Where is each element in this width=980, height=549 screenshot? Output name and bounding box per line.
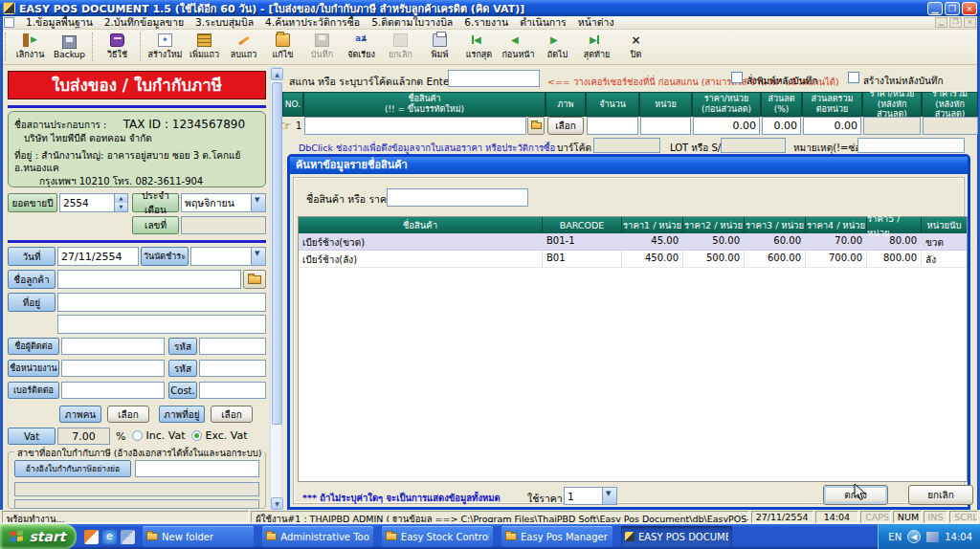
person-image-choose-button[interactable]: เลือก (107, 406, 149, 423)
taskbar-button-easy-pos-manager[interactable]: Easy Pos Manager (501, 526, 612, 547)
barcode-scan-input[interactable] (448, 70, 540, 87)
contact-name-field[interactable] (61, 338, 165, 355)
contact-name-label: ชื่อผู้ติดต่อ (8, 338, 59, 355)
show-desktop-icon[interactable] (84, 530, 99, 544)
address-field-1[interactable] (57, 293, 266, 312)
due-date-select[interactable] (190, 247, 266, 266)
qty-input[interactable] (587, 117, 638, 135)
toolbar-button-next[interactable]: ▶ ถัดไป (538, 31, 577, 63)
start-button[interactable]: start (0, 524, 77, 549)
mdi-restore-button[interactable]: ❐ (949, 17, 962, 28)
toolbar-button-last[interactable]: ▶ สุดท้าย (577, 31, 616, 63)
hide-icons-chevron[interactable]: ◀ (907, 530, 921, 543)
agency-name-field[interactable] (61, 360, 165, 377)
toolbar-button-exit[interactable]: เลิกงาน (11, 31, 50, 63)
sales-year-stepper[interactable]: 2554 ▲▼ (59, 193, 128, 212)
menu-bar: 1.ข้อมูลพื้นฐาน 2.บันทึกข้อมูลขาย 3.ระบบ… (0, 16, 980, 30)
product-browse-button[interactable] (527, 117, 545, 135)
menu-item-billing[interactable]: 5.ติดตามใบวางบิล (371, 14, 453, 31)
result-row-1[interactable]: เบียร์ช้าง(ขวด) B01-1 45.00 50.00 60.00 … (299, 233, 967, 251)
menu-item-basic-data[interactable]: 1.ข้อมูลพื้นฐาน (26, 14, 93, 31)
spin-up-icon[interactable]: ▲ (115, 194, 127, 203)
toolbar-button-first[interactable]: ◀ แรกสุด (459, 31, 499, 63)
chevron-down-icon[interactable] (251, 194, 265, 211)
result-row-2[interactable]: เบียร์ช้าง(ลัง) B01 450.00 500.00 600.00… (299, 251, 967, 268)
doc-no-field[interactable] (181, 216, 266, 234)
customer-browse-button[interactable] (243, 270, 266, 289)
ref-invoice-button[interactable]: อ้างอิงใบกำกับภาษีอย่างย่อ (14, 460, 131, 477)
toolbar-button-edit[interactable]: แก้ไข (263, 31, 302, 63)
row-choose-image-button[interactable]: เลือก (547, 117, 584, 135)
tray-clock: 14:04 (945, 532, 972, 542)
ref-invoice-field[interactable] (135, 460, 259, 477)
internet-explorer-icon[interactable]: e (102, 530, 117, 544)
lot-field[interactable] (721, 138, 786, 153)
cost-field[interactable] (199, 382, 266, 399)
toolbar-button-new[interactable]: สร้างใหม่ (145, 31, 185, 63)
dialog-body: ชื่อสินค้า หรือ ราคา ชื่อสินค้า BARCODE … (294, 178, 964, 503)
toolbar-button-add-row[interactable]: เพิ่มแถว (185, 31, 224, 63)
print-after-save-checkbox[interactable] (731, 72, 743, 86)
chevron-down-icon[interactable] (602, 488, 616, 504)
address-field-2[interactable] (57, 315, 266, 334)
vat-field[interactable] (57, 428, 110, 445)
unit-price-input[interactable] (693, 117, 760, 135)
inc-vat-radio[interactable]: Inc. Vat (132, 429, 185, 442)
outlook-icon[interactable] (121, 530, 135, 544)
note-field[interactable] (858, 138, 965, 153)
toolbar-button-backup[interactable]: Backup (50, 31, 89, 63)
barcode-field[interactable] (593, 138, 660, 153)
month-select[interactable]: พฤษจิกายน (181, 193, 266, 212)
mdi-minimize-button[interactable]: ▁ (935, 17, 947, 28)
product-name-input[interactable] (304, 117, 526, 135)
branch-field-2[interactable] (14, 499, 259, 509)
dialog-search-input[interactable] (387, 188, 528, 207)
agency-code-field[interactable] (199, 360, 266, 377)
toolbar-button-close[interactable]: × ปิด (616, 31, 656, 63)
left-panel-scrollbar[interactable]: ▲ ▼ (270, 67, 282, 509)
maximize-button[interactable]: ❐ (945, 2, 960, 15)
contact-code-label: รหัส (168, 338, 197, 355)
discount-per-unit-input[interactable] (803, 117, 861, 135)
branch-field-1[interactable] (14, 482, 259, 496)
contact-code-field[interactable] (199, 338, 266, 355)
toolbar-button-previous[interactable]: ◀ ก่อนหน้า (499, 31, 538, 63)
add-row-icon (197, 33, 212, 47)
toolbar-button-delete-row[interactable]: ลบแถว (224, 31, 263, 63)
exc-vat-radio[interactable]: Exc. Vat (191, 429, 248, 442)
spin-down-icon[interactable]: ▼ (115, 203, 127, 211)
tray-language[interactable]: EN (888, 532, 902, 542)
spinner[interactable]: ▲▼ (114, 194, 127, 211)
menu-item-bill-system[interactable]: 3.ระบบสุ่มบิล (195, 14, 254, 31)
toolbar-button-help[interactable]: วิธีใช้ (98, 31, 137, 63)
toolbar-button-sort[interactable]: จัดเรียง (342, 31, 381, 63)
unit-input[interactable] (640, 117, 691, 135)
taskbar-button-easy-stock[interactable]: Easy Stock Control (382, 526, 493, 547)
discount-pct-input[interactable] (762, 117, 801, 135)
taskbar-button-admin-tools[interactable]: Administrative Tools (262, 526, 373, 547)
menu-item-purchase-history[interactable]: 4.ค้นหาประวัติการซื้อ (265, 14, 360, 31)
customer-field[interactable] (57, 270, 241, 289)
new-after-save-checkbox[interactable] (848, 72, 859, 86)
mdi-close-button[interactable]: × (964, 17, 976, 28)
network-icon[interactable] (926, 532, 939, 542)
date-field[interactable] (57, 247, 139, 266)
cancel-button[interactable]: ยกเลิก (908, 485, 973, 505)
menu-item-record-sales[interactable]: 2.บันทึกข้อมูลขาย (104, 14, 184, 31)
menu-item-window[interactable]: หน้าต่าง (578, 14, 614, 31)
close-button[interactable]: × (962, 2, 977, 15)
menu-item-operations[interactable]: ดำเนินการ (520, 14, 567, 31)
chevron-down-icon[interactable] (251, 248, 265, 265)
scroll-down-icon[interactable]: ▼ (271, 497, 283, 510)
taskbar-button-new-folder[interactable]: New folder (143, 526, 254, 547)
use-price-select[interactable]: 1 (564, 487, 617, 505)
phone-field[interactable] (61, 382, 165, 399)
menu-item-reports[interactable]: 6.รายงาน (464, 14, 508, 31)
scrollbar-thumb[interactable] (272, 82, 282, 425)
minimize-button[interactable]: ▁ (927, 2, 943, 15)
toolbar-button-print[interactable]: พิมพ์ (420, 31, 459, 63)
address-image-choose-button[interactable]: เลือก (211, 406, 253, 423)
scroll-up-icon[interactable]: ▲ (271, 68, 283, 80)
taskbar-button-easy-pos-document[interactable]: EASY POS DOCUMEN... (621, 526, 732, 547)
results-table: ชื่อสินค้า BARCODE ราคา1 / หน่วย ราคา2 /… (298, 216, 968, 482)
